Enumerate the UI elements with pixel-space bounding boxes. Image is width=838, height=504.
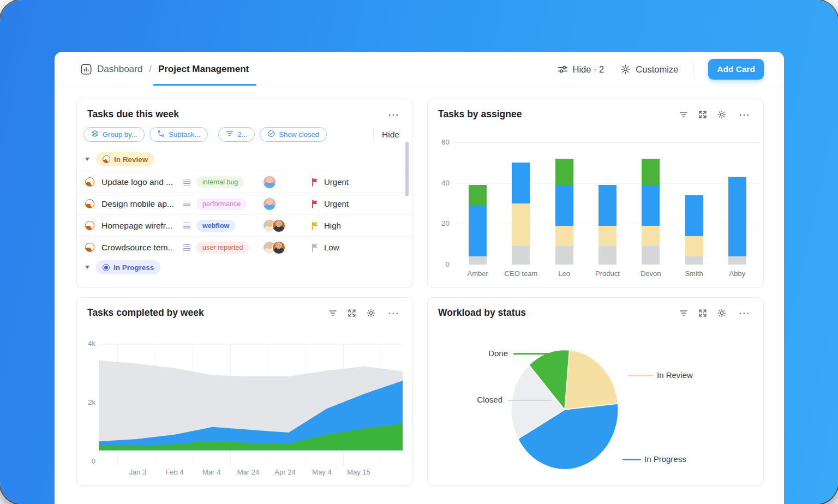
pie-label-in-review: In Review bbox=[657, 370, 693, 381]
task-tag[interactable]: performance bbox=[196, 198, 247, 210]
expand-icon[interactable] bbox=[698, 110, 707, 119]
gear-icon[interactable] bbox=[367, 309, 375, 317]
x-tick-label: Product bbox=[595, 269, 620, 278]
task-row[interactable]: Crowdsource tem..user reportedLow bbox=[77, 236, 412, 258]
status-group-row[interactable]: In Review bbox=[77, 150, 412, 171]
assignee-avatars[interactable] bbox=[263, 219, 311, 232]
top-bar: Dashboard / Project Management Hide · 2 bbox=[55, 52, 784, 87]
assignee-avatars[interactable] bbox=[263, 176, 311, 189]
status-pill[interactable]: In Review bbox=[96, 152, 154, 166]
status-review-icon bbox=[85, 243, 94, 252]
y-tick-label: 60 bbox=[431, 138, 450, 146]
task-list: In ReviewUpdate logo and ...internal bug… bbox=[77, 150, 412, 279]
customize-label: Customize bbox=[636, 64, 678, 75]
avatar bbox=[272, 241, 285, 254]
status-review-icon bbox=[103, 155, 110, 163]
task-title[interactable]: Update logo and ... bbox=[101, 177, 183, 187]
breadcrumb: Dashboard / Project Management bbox=[81, 64, 249, 75]
status-group-row[interactable]: In Progress bbox=[77, 258, 412, 279]
segment-blue bbox=[728, 177, 746, 256]
task-tag[interactable]: user reported bbox=[196, 242, 249, 254]
bar-column[interactable]: Product bbox=[586, 142, 629, 265]
segment-blue bbox=[512, 163, 530, 203]
segment-green bbox=[469, 185, 487, 205]
area-chart-svg: Jan 3Feb 4Mar 4Mar 24Apr 24May 4May 15 bbox=[99, 340, 403, 477]
task-title[interactable]: Homepage wirefr... bbox=[101, 221, 183, 231]
filter-icon[interactable] bbox=[328, 309, 337, 317]
segment-gray bbox=[728, 256, 746, 265]
y-tick-label: 0 bbox=[431, 260, 450, 268]
priority-cell[interactable]: Urgent bbox=[311, 177, 406, 187]
x-tick-label: Devon bbox=[641, 269, 661, 278]
breadcrumb-current-tab[interactable]: Project Management bbox=[158, 64, 249, 75]
pie-label-in-progress: In Progress bbox=[644, 454, 686, 465]
task-title[interactable]: Crowdsource tem.. bbox=[101, 243, 183, 253]
dashboard-grid: Tasks due this week ⋯ Group by... Subtas… bbox=[55, 87, 784, 486]
subtask-chip[interactable]: Subtask... bbox=[149, 127, 208, 142]
collapse-triangle-icon[interactable] bbox=[85, 266, 89, 269]
priority-label: Low bbox=[324, 243, 339, 252]
x-tick-label: CEO team bbox=[505, 269, 538, 278]
bar-column[interactable]: Amber bbox=[456, 142, 499, 265]
task-tag[interactable]: internal bug bbox=[196, 176, 244, 188]
bar-column[interactable]: Smith bbox=[672, 142, 715, 265]
show-closed-chip[interactable]: Show closed bbox=[260, 127, 327, 142]
priority-cell[interactable]: Low bbox=[311, 243, 406, 252]
card-menu-button[interactable]: ⋯ bbox=[386, 309, 402, 317]
segment-blue bbox=[469, 206, 487, 256]
scrollbar-thumb[interactable] bbox=[405, 142, 409, 196]
hide-button[interactable]: Hide · 2 bbox=[556, 62, 606, 77]
status-label: In Progress bbox=[113, 263, 154, 272]
x-tick-label: Amber bbox=[467, 269, 488, 278]
bar-column[interactable]: CEO team bbox=[499, 142, 542, 265]
add-card-button[interactable]: Add Card bbox=[708, 59, 764, 80]
bar-column[interactable]: Leo bbox=[543, 142, 586, 265]
card-menu-button[interactable]: ⋯ bbox=[737, 111, 752, 118]
segment-yellow bbox=[685, 236, 703, 256]
status-pill[interactable]: In Progress bbox=[96, 260, 160, 274]
assignee-avatars[interactable] bbox=[263, 241, 311, 254]
avatar bbox=[272, 219, 285, 232]
filter-icon[interactable] bbox=[679, 110, 688, 119]
segment-blue bbox=[685, 195, 703, 236]
card-title: Tasks by assignee bbox=[438, 109, 522, 120]
assignee-avatars[interactable] bbox=[263, 197, 311, 211]
task-row[interactable]: Homepage wirefr...webflowHigh bbox=[77, 214, 412, 236]
expand-icon[interactable] bbox=[348, 309, 356, 317]
x-tick-label: Abby bbox=[729, 269, 746, 278]
breadcrumb-dashboard[interactable]: Dashboard bbox=[97, 64, 142, 75]
y-tick-label: 4k bbox=[77, 339, 95, 347]
priority-cell[interactable]: Urgent bbox=[311, 199, 406, 208]
segment-yellow bbox=[598, 226, 616, 246]
hide-card-button[interactable]: Hide bbox=[379, 130, 403, 140]
current-tab-label: Project Management bbox=[158, 64, 249, 74]
chip-label: Group by... bbox=[103, 130, 137, 139]
task-row[interactable]: Update logo and ...internal bugUrgent bbox=[77, 171, 412, 193]
bar-column[interactable]: Devon bbox=[629, 142, 672, 265]
segment-gray bbox=[469, 256, 487, 265]
priority-label: High bbox=[324, 221, 341, 230]
tasks-by-assignee-card: Tasks by assignee ⋯ 0204060AmberCEO team… bbox=[427, 99, 764, 287]
filters-chip[interactable]: 2... bbox=[218, 127, 255, 142]
x-tick-label: Jan 3 bbox=[129, 468, 147, 476]
segment-blue bbox=[555, 185, 573, 226]
gear-icon[interactable] bbox=[717, 110, 726, 119]
priority-cell[interactable]: High bbox=[311, 221, 406, 230]
segment-gray bbox=[598, 246, 616, 265]
pie-line-closed bbox=[508, 400, 552, 401]
group-by-chip[interactable]: Group by... bbox=[83, 127, 145, 142]
workload-pie-chart: Done In Review Closed In Progress bbox=[428, 298, 763, 485]
top-bar-actions: Hide · 2 Customize Add Card bbox=[556, 59, 764, 80]
hide-divider bbox=[373, 129, 374, 141]
card-title: Tasks due this week bbox=[87, 109, 179, 120]
task-tag[interactable]: webflow bbox=[196, 220, 235, 232]
task-title[interactable]: Design mobile ap... bbox=[101, 199, 183, 209]
collapse-triangle-icon[interactable] bbox=[85, 158, 89, 161]
description-lines-icon bbox=[183, 223, 190, 229]
card-menu-button[interactable]: ⋯ bbox=[386, 111, 402, 118]
customize-button[interactable]: Customize bbox=[619, 62, 679, 77]
card-actions: ⋯ bbox=[679, 110, 752, 119]
task-row[interactable]: Design mobile ap...performanceUrgent bbox=[77, 193, 412, 214]
bar-column[interactable]: Abby bbox=[716, 142, 759, 265]
check-circle-icon bbox=[267, 130, 275, 139]
